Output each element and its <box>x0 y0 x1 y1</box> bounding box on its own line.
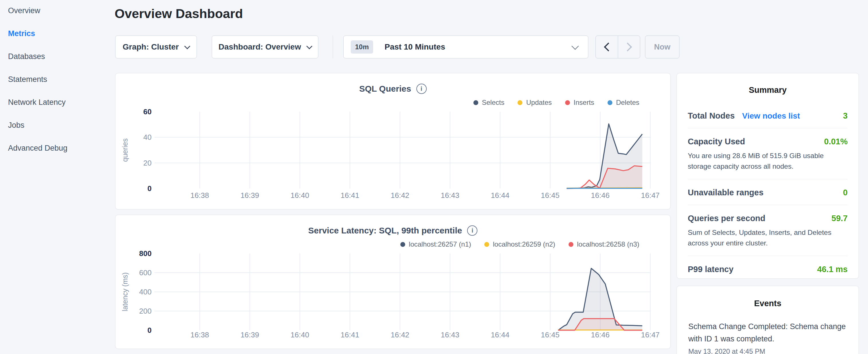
events-panel: Events Schema Change Completed: Schema c… <box>677 286 859 354</box>
summary-row-value: 0 <box>843 188 848 197</box>
svg-text:queries: queries <box>121 138 129 162</box>
summary-row-value: 59.7 <box>832 214 848 223</box>
sidebar-item-advanced-debug[interactable]: Advanced Debug <box>8 137 111 160</box>
svg-text:16:45: 16:45 <box>541 330 559 339</box>
now-button[interactable]: Now <box>645 35 679 58</box>
sidebar-item-metrics[interactable]: Metrics <box>8 22 111 45</box>
svg-text:400: 400 <box>139 288 152 296</box>
svg-text:16:38: 16:38 <box>190 191 209 200</box>
chevron-down-icon <box>571 42 579 50</box>
sidebar: Overview Metrics Databases Statements Ne… <box>8 0 111 160</box>
dashboard-dropdown[interactable]: Dashboard: Overview <box>212 35 318 58</box>
svg-text:16:39: 16:39 <box>241 330 259 339</box>
sidebar-item-jobs[interactable]: Jobs <box>8 114 111 137</box>
time-next-button[interactable] <box>618 36 640 58</box>
sidebar-item-databases[interactable]: Databases <box>8 45 111 68</box>
summary-row-label: Unavailable ranges <box>688 188 764 197</box>
chevron-down-icon <box>184 43 190 49</box>
graph-dropdown[interactable]: Graph: Cluster <box>115 35 197 58</box>
chevron-right-icon <box>623 42 632 51</box>
svg-text:16:46: 16:46 <box>591 330 610 339</box>
summary-row-total-nodes: Total Nodes View nodes list 3 <box>688 102 848 128</box>
summary-row-queries-per-second: Queries per second 59.7 Sum of Selects, … <box>688 205 848 256</box>
sql-queries-chart-canvas[interactable]: 16:3816:3916:4016:4116:4216:4316:4416:45… <box>116 73 671 210</box>
service-latency-chart-card: Service Latency: SQL, 99th percentile i … <box>115 215 671 349</box>
summary-row-unavailable-ranges: Unavailable ranges 0 <box>688 179 848 205</box>
summary-row-label: Total Nodes <box>688 111 735 121</box>
sql-queries-chart-card: SQL Queries i SelectsUpdatesInsertsDelet… <box>115 73 671 210</box>
page-title: Overview Dashboard <box>115 6 243 21</box>
event-message[interactable]: Schema Change Completed: Schema change w… <box>688 321 847 345</box>
summary-row-value: 46.1 ms <box>817 265 848 274</box>
dashboard-dropdown-label: Dashboard: Overview <box>219 42 301 52</box>
svg-text:16:42: 16:42 <box>391 191 409 200</box>
svg-text:16:47: 16:47 <box>641 330 660 339</box>
svg-text:16:40: 16:40 <box>290 330 309 339</box>
time-step-buttons <box>595 35 640 58</box>
summary-row-value: 3 <box>843 111 848 121</box>
svg-text:latency (ms): latency (ms) <box>121 272 129 311</box>
service-latency-chart-canvas[interactable]: 16:3816:3916:4016:4116:4216:4316:4416:45… <box>116 215 671 349</box>
svg-text:16:39: 16:39 <box>241 191 259 200</box>
svg-text:16:44: 16:44 <box>491 330 509 339</box>
svg-text:16:46: 16:46 <box>591 191 610 200</box>
summary-title: Summary <box>688 83 848 97</box>
summary-row-label: Queries per second <box>688 214 766 223</box>
time-window-picker[interactable]: 10m Past 10 Minutes <box>343 35 588 58</box>
toolbar: Graph: Cluster Dashboard: Overview 10m P… <box>115 35 679 58</box>
time-window-badge: 10m <box>351 40 373 54</box>
svg-text:16:47: 16:47 <box>641 191 660 200</box>
summary-row-value: 0.01% <box>824 137 848 147</box>
time-prev-button[interactable] <box>596 36 618 58</box>
summary-row-p99-latency: P99 latency 46.1 ms <box>688 256 848 282</box>
sidebar-item-network-latency[interactable]: Network Latency <box>8 91 111 114</box>
summary-row-description: You are using 28.6 MiB of 515.9 GiB usab… <box>688 150 848 171</box>
svg-text:20: 20 <box>143 159 152 167</box>
event-timestamp: May 13, 2020 at 4:45 PM <box>688 347 847 354</box>
chevron-left-icon <box>604 42 613 51</box>
events-title: Events <box>688 296 847 310</box>
chevron-down-icon <box>306 43 312 49</box>
svg-text:40: 40 <box>143 133 152 141</box>
svg-text:16:43: 16:43 <box>441 191 459 200</box>
svg-text:0: 0 <box>148 326 152 334</box>
svg-text:600: 600 <box>139 268 152 277</box>
summary-panel: Summary Total Nodes View nodes list 3 Ca… <box>677 73 859 279</box>
svg-text:16:41: 16:41 <box>341 330 359 339</box>
svg-text:16:41: 16:41 <box>341 191 359 200</box>
time-window-label: Past 10 Minutes <box>384 42 445 52</box>
view-nodes-list-link[interactable]: View nodes list <box>742 111 800 121</box>
graph-dropdown-label: Graph: Cluster <box>123 42 179 52</box>
summary-row-label: Capacity Used <box>688 137 745 147</box>
svg-text:16:40: 16:40 <box>290 191 309 200</box>
svg-text:16:42: 16:42 <box>391 330 409 339</box>
summary-row-description: Sum of Selects, Updates, Inserts, and De… <box>688 227 848 248</box>
svg-text:16:45: 16:45 <box>541 191 559 200</box>
summary-row-label: P99 latency <box>688 265 734 274</box>
svg-text:16:44: 16:44 <box>491 191 509 200</box>
svg-text:16:38: 16:38 <box>190 330 209 339</box>
svg-text:60: 60 <box>143 107 152 116</box>
summary-row-capacity-used: Capacity Used 0.01% You are using 28.6 M… <box>688 128 848 179</box>
svg-text:800: 800 <box>139 249 152 258</box>
svg-text:200: 200 <box>139 307 152 315</box>
svg-text:0: 0 <box>148 184 152 193</box>
sidebar-item-statements[interactable]: Statements <box>8 68 111 91</box>
toolbar-divider <box>333 35 333 58</box>
svg-text:16:43: 16:43 <box>441 330 459 339</box>
sidebar-item-overview[interactable]: Overview <box>8 0 111 22</box>
